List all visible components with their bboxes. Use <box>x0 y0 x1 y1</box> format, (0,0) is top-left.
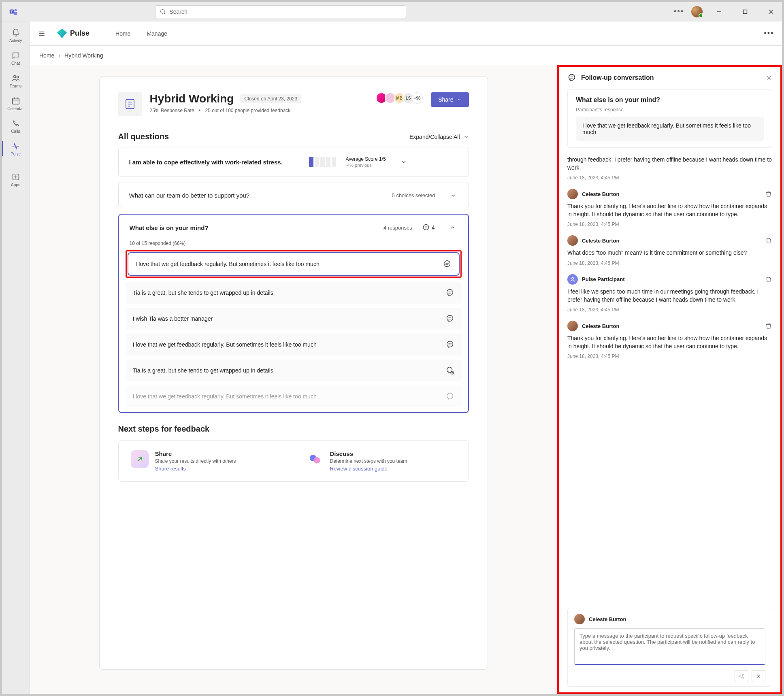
global-search[interactable]: Search <box>155 5 406 18</box>
rail-pulse[interactable]: Pulse <box>2 137 30 160</box>
svg-text:T: T <box>11 10 13 13</box>
followup-title: Follow-up conversation <box>581 74 654 81</box>
message: Celeste Burton Thank you for clarifying.… <box>567 321 772 359</box>
rail-label: Calendar <box>7 106 24 111</box>
message-time: June 18, 2023, 4:45 PM <box>567 260 772 266</box>
chat-bubble-icon <box>445 314 454 323</box>
app-more-icon[interactable]: ••• <box>763 27 775 40</box>
svg-line-4 <box>164 13 165 14</box>
teams-logo-icon: T <box>7 5 20 18</box>
next-title: Share <box>155 450 236 457</box>
delete-message-icon[interactable] <box>765 190 772 198</box>
svg-point-47 <box>569 74 575 81</box>
question-card[interactable]: I am able to cope effectively with work-… <box>118 147 469 177</box>
svg-point-9 <box>13 75 16 78</box>
presence-available-icon <box>699 13 703 18</box>
tab-home[interactable]: Home <box>115 30 130 37</box>
chat-bubble-icon <box>445 340 454 349</box>
response-item[interactable]: I love that we get feedback regularly. B… <box>126 385 462 407</box>
crumb-current: Hybrid Working <box>64 52 103 59</box>
question-card-expanded: What else is on your mind? 4 responses 4… <box>118 214 469 413</box>
response-count: 25 out of 100 people provided feedback <box>205 108 290 113</box>
avatar <box>567 235 578 246</box>
compose-input[interactable] <box>574 628 765 665</box>
hamburger-icon[interactable] <box>36 28 47 39</box>
delete-message-icon[interactable] <box>765 322 772 330</box>
chevron-down-icon <box>457 97 462 102</box>
crumb-home[interactable]: Home <box>39 52 54 59</box>
message-time: June 18, 2023, 4:45 PM <box>567 353 772 359</box>
response-item[interactable]: I love that we get feedback regularly. B… <box>128 253 459 275</box>
chevron-right-icon: › <box>58 52 60 59</box>
avatar <box>567 189 578 199</box>
response-text: Tia is a great, but she tends to get wra… <box>133 367 440 374</box>
response-item[interactable]: I wish Tia was a better manager <box>126 308 462 330</box>
window-maximize[interactable] <box>736 5 754 18</box>
title-bar: T Search ••• <box>2 2 782 21</box>
question-text: What else is on your mind? <box>130 224 374 231</box>
chevron-down-icon <box>463 134 469 140</box>
next-sub: Determine next steps with you team <box>330 458 407 464</box>
message: Celeste Burton Thank you for clarifying.… <box>567 189 772 227</box>
more-icon[interactable]: ••• <box>674 7 684 16</box>
chat-bubble-icon <box>443 260 452 268</box>
rail-label: Calls <box>11 129 20 134</box>
chevron-down-icon <box>448 192 458 199</box>
svg-point-10 <box>17 76 19 78</box>
rail-label: Apps <box>11 183 20 187</box>
app-rail: Activity Chat Teams Calendar Calls Pulse… <box>2 21 30 694</box>
window-minimize[interactable] <box>710 5 729 18</box>
response-item[interactable]: I love that we get feedback regularly. B… <box>126 334 462 355</box>
rail-label: Activity <box>9 38 22 43</box>
choices-selected: 5 choices selected <box>392 192 435 198</box>
response-item[interactable]: Tia is a great, but she tends to get wra… <box>126 360 462 381</box>
rail-chat[interactable]: Chat <box>2 47 30 69</box>
tab-manage[interactable]: Manage <box>147 30 167 37</box>
response-count: 4 responses <box>383 225 412 231</box>
rail-activity[interactable]: Activity <box>2 24 30 47</box>
svg-point-44 <box>447 393 453 399</box>
survey-scroll[interactable]: Hybrid Working Closed on April 23, 2023 … <box>30 65 557 694</box>
user-avatar[interactable] <box>691 6 703 17</box>
compose-author: Celeste Burton <box>589 616 626 622</box>
response-text: Tia is a great, but she tends to get wra… <box>133 289 440 296</box>
message-body: through feedback. I prefer having them o… <box>567 156 772 172</box>
app-header: Pulse Home Manage ••• <box>30 21 782 46</box>
next-link[interactable]: Review discussion guide <box>330 466 388 472</box>
score-bars <box>309 157 336 167</box>
message-author: Celeste Burton <box>582 191 619 197</box>
close-panel-icon[interactable] <box>766 74 772 81</box>
participants-faces[interactable]: MB LS +96 <box>378 92 423 104</box>
send-button[interactable] <box>735 670 748 682</box>
people-icon <box>11 73 21 83</box>
discuss-card-icon <box>306 450 324 468</box>
question-header[interactable]: What else is on your mind? 4 responses 4 <box>119 215 468 241</box>
delete-message-icon[interactable] <box>765 237 772 244</box>
expand-collapse-all[interactable]: Expand/Collapse All <box>409 134 469 140</box>
compose-box: Celeste Burton <box>567 608 772 687</box>
pulse-icon <box>11 141 21 151</box>
delete-message-icon[interactable] <box>765 276 772 283</box>
rail-label: Chat <box>11 61 20 66</box>
next-steps-grid: Share Share your results directly with o… <box>118 440 469 482</box>
message-author: Celeste Burton <box>582 323 619 329</box>
response-item[interactable]: Tia is a great, but she tends to get wra… <box>126 282 462 304</box>
rail-calendar[interactable]: Calendar <box>2 92 30 115</box>
rail-calls[interactable]: Calls <box>2 115 30 137</box>
comment-count[interactable]: 4 <box>422 223 435 232</box>
question-card[interactable]: What can our team do better to support y… <box>118 183 469 208</box>
question-text: What can our team do better to support y… <box>129 192 382 199</box>
pulse-brand-icon <box>57 29 67 38</box>
next-sub: Share your results directly with others <box>155 458 236 464</box>
message-time: June 18, 2023, 4:45 PM <box>567 307 772 313</box>
next-link[interactable]: Share results <box>155 466 186 472</box>
followup-scroll[interactable]: What else is on your mind? Participant's… <box>558 85 782 605</box>
rail-teams[interactable]: Teams <box>2 69 30 92</box>
share-button[interactable]: Share <box>431 92 469 107</box>
bell-icon <box>11 28 21 38</box>
chat-bubble-icon <box>422 223 430 232</box>
rail-apps[interactable]: Apps <box>2 168 30 191</box>
cancel-button[interactable] <box>752 670 765 682</box>
window-close[interactable] <box>762 5 780 18</box>
box-question: What else is on your mind? <box>576 96 764 104</box>
